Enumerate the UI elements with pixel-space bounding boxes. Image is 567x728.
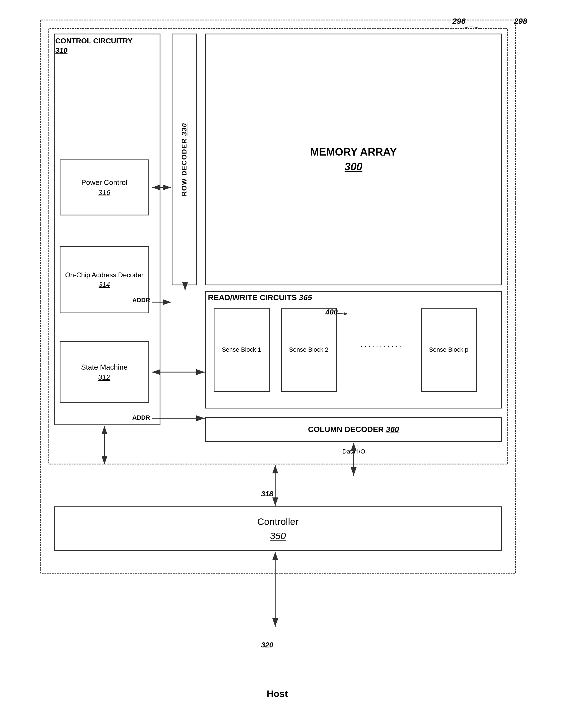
ellipsis: ........... — [361, 340, 403, 349]
data-io-label: Data I/O — [343, 448, 366, 456]
ref-318: 318 — [261, 490, 273, 498]
col-decoder-box: COLUMN DECODER 360 — [205, 417, 502, 442]
label-296: 296 — [453, 17, 466, 26]
addr-decoder-label: On-Chip Address Decoder 314 — [65, 270, 143, 289]
power-control-label: Power Control 316 — [81, 177, 127, 198]
memory-array-label: MEMORY ARRAY 300 — [310, 145, 397, 174]
addr-label-1: ADDR — [132, 297, 150, 304]
state-machine-label: State Machine 312 — [81, 362, 127, 382]
rw-circuits-label: READ/WRITE CIRCUITS 365 — [208, 293, 312, 302]
sense-block-p: Sense Block p — [421, 308, 477, 392]
row-decoder-box: ROW DECODER 330 — [172, 34, 197, 285]
power-control-box: Power Control 316 — [60, 159, 149, 215]
addr-label-2: ADDR — [132, 414, 150, 421]
diagram-container: 296 298 CONTROL CIRCUITRY 310 Power Cont… — [32, 11, 536, 716]
sense-block-1: Sense Block 1 — [214, 308, 269, 392]
state-machine-box: State Machine 312 — [60, 341, 149, 403]
sense-block-2: Sense Block 2 — [281, 308, 337, 392]
ref-320: 320 — [261, 641, 273, 649]
memory-array-box: MEMORY ARRAY 300 — [205, 34, 502, 285]
controller-box: Controller 350 — [54, 506, 502, 551]
col-decoder-label: COLUMN DECODER 360 — [308, 425, 399, 434]
label-400: 400 — [326, 308, 338, 316]
host-label: Host — [267, 688, 288, 699]
controller-label: Controller 350 — [257, 515, 299, 543]
row-decoder-label: ROW DECODER 330 — [180, 123, 188, 196]
label-298: 298 — [514, 17, 527, 26]
